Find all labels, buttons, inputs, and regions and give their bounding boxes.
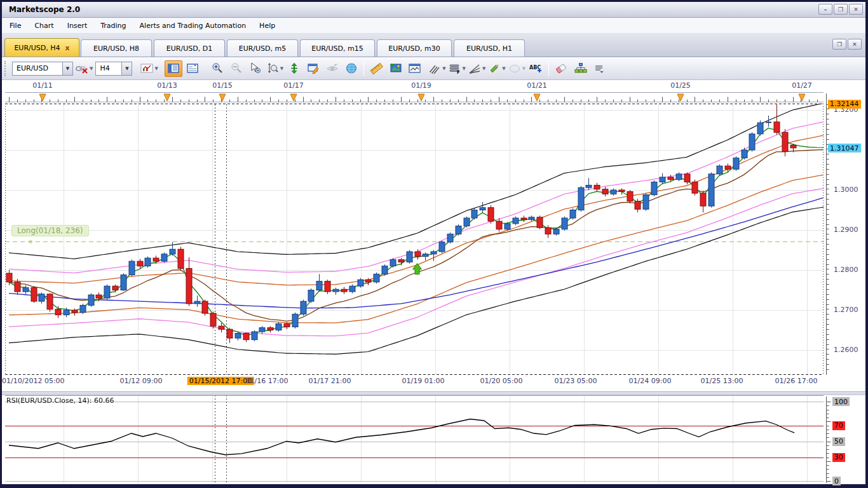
eraser-icon — [555, 62, 568, 74]
tab-label: EUR/USD, H1 — [466, 44, 512, 53]
tab-eurusd-m30[interactable]: EUR/USD, m30 — [377, 39, 452, 57]
x-axis-date-label: 01/16 17:00 — [246, 377, 288, 385]
restore-icon: ❐ — [838, 6, 843, 13]
session-high-value: 1.32144 — [830, 100, 859, 108]
x-axis-date-label: 01/25 13:00 — [701, 377, 743, 385]
restore-button[interactable]: ❐ — [834, 4, 848, 15]
child-restore-button[interactable]: ❐ — [832, 39, 846, 50]
minimize-button[interactable]: – — [818, 4, 832, 15]
zoom-pointer-icon — [249, 62, 262, 74]
chart-in-window-button[interactable] — [405, 60, 423, 77]
zoom-range-button[interactable]: ▼ — [266, 60, 284, 77]
x-axis-date-label: 01/17 — [283, 81, 304, 90]
menu-trading[interactable]: Trading — [95, 19, 132, 32]
rsi-indicator-chart[interactable] — [5, 395, 824, 483]
session-high-badge: 1.32144 — [828, 100, 861, 109]
chevron-down-icon: ▼ — [442, 66, 445, 71]
eye-icon — [326, 63, 339, 74]
top-ruler — [5, 92, 824, 102]
close-icon: ✕ — [852, 41, 857, 48]
x-axis-date-label: 01/10/2012 05:00 — [2, 377, 65, 385]
globe-icon — [345, 62, 358, 74]
tab-eurusd-m15[interactable]: EUR/USD, m15 — [300, 39, 375, 57]
chart-window-icon — [408, 62, 421, 74]
rsi-indicator-label: RSI(EUR/USD.Close, 14): 60.66 — [6, 396, 114, 405]
add-image-icon — [389, 62, 402, 74]
text-window-toggle-button[interactable] — [184, 60, 201, 77]
ellipse-icon — [508, 63, 521, 74]
tab-eurusd-h4[interactable]: EUR/USD, H4 x — [4, 38, 79, 57]
tab-close-icon[interactable]: x — [65, 44, 70, 52]
zoom-in-icon — [211, 62, 224, 74]
web-tools-button[interactable] — [342, 60, 360, 77]
chevron-down-icon: ▼ — [154, 66, 158, 71]
rsi-level-badge: 70 — [832, 421, 845, 430]
menu-chart[interactable]: Chart — [29, 19, 59, 32]
zoom-range-icon — [266, 62, 279, 74]
chevron-down-icon[interactable]: ▼ — [62, 62, 72, 75]
objects-tree-icon — [574, 62, 587, 74]
x-axis-date-label: 01/23 05:00 — [555, 377, 597, 385]
x-axis-date-label: 01/24 09:00 — [629, 377, 672, 385]
tab-eurusd-d1[interactable]: EUR/USD, D1 — [154, 39, 225, 57]
bid-price-value: 1.31047 — [830, 144, 859, 152]
data-window-toggle-button[interactable] — [165, 60, 182, 77]
bid-price-badge: 1.31047 — [828, 144, 861, 152]
menu-insert[interactable]: Insert — [62, 19, 93, 32]
trendlines-button[interactable]: ▼ — [428, 60, 446, 77]
pencil-icon — [488, 63, 501, 74]
chevron-down-icon[interactable]: ▼ — [121, 62, 132, 75]
chart-properties-button[interactable] — [304, 60, 322, 77]
menu-file[interactable]: File — [4, 19, 27, 32]
data-window-icon — [167, 63, 180, 74]
symbol-combobox[interactable]: EUR/USD ▼ — [12, 62, 73, 76]
draw-line-button[interactable]: ▼ — [487, 60, 506, 77]
zoom-select-button[interactable] — [247, 60, 264, 77]
rsi-level-badge: 30 — [832, 453, 845, 462]
price-axis-label: 1.3000 — [834, 186, 858, 194]
tab-label: EUR/USD, D1 — [166, 44, 212, 53]
menu-help[interactable]: Help — [254, 19, 281, 32]
menu-alerts-automation[interactable]: Alerts and Trading Automation — [134, 19, 252, 32]
chart-type-button[interactable]: ▼ — [140, 60, 158, 77]
fibonacci-button[interactable]: F ▼ — [448, 60, 466, 77]
toolbar-grip[interactable] — [4, 61, 8, 76]
x-axis-date-label: 01/19 — [411, 81, 431, 90]
tab-eurusd-h1[interactable]: EUR/USD, H1 — [454, 39, 525, 57]
add-image-button[interactable] — [386, 60, 404, 77]
measure-button[interactable] — [367, 60, 385, 77]
tab-label: EUR/USD, H4 — [14, 44, 60, 52]
child-close-button[interactable]: ✕ — [848, 39, 862, 50]
chevron-down-icon: ▼ — [482, 66, 485, 71]
tab-label: EUR/USD, m15 — [311, 44, 363, 53]
zoom-in-button[interactable] — [208, 60, 226, 77]
ellipse-tool-button[interactable]: ▼ — [508, 60, 526, 77]
x-axis-date-label: 01/17 21:00 — [309, 377, 351, 385]
main-price-chart[interactable] — [5, 104, 824, 375]
menu-bar: File Chart Insert Trading Alerts and Tra… — [2, 18, 865, 34]
unlink-icon — [76, 63, 88, 74]
fan-lines-button[interactable]: ▼ — [468, 60, 486, 77]
open-position-label[interactable]: Long(01/18, 236) — [11, 225, 89, 236]
fit-vertically-button[interactable] — [285, 60, 303, 77]
x-axis-date-label: 01/21 — [527, 81, 547, 90]
objects-tree-button[interactable] — [571, 60, 589, 77]
tab-eurusd-m5[interactable]: EUR/USD, m5 — [227, 39, 298, 57]
crosshair-visibility-button[interactable] — [323, 60, 341, 77]
add-text-button[interactable]: ABC — [527, 60, 545, 77]
tab-eurusd-h8[interactable]: EUR/USD, H8 — [81, 39, 152, 57]
period-combobox[interactable]: H4 ▼ — [95, 62, 132, 76]
eraser-button[interactable] — [552, 60, 570, 77]
title-bar[interactable]: Marketscope 2.0 – ❐ ✕ — [2, 2, 865, 18]
rsi-level-badge: 50 — [832, 437, 845, 446]
selected-date-label: 01/15/2012 17:00 — [187, 377, 254, 385]
chart-type-icon — [140, 63, 153, 74]
x-axis-date-label: 01/19 01:00 — [402, 377, 445, 385]
overflow-icon — [593, 64, 605, 74]
add-text-icon: ABC — [529, 63, 544, 74]
unlink-button[interactable]: ▼ — [75, 60, 93, 77]
toolbar-overflow-button[interactable] — [590, 60, 608, 77]
toolbar-separator — [363, 61, 364, 76]
zoom-out-button[interactable] — [227, 60, 245, 77]
close-button[interactable]: ✕ — [849, 4, 863, 15]
